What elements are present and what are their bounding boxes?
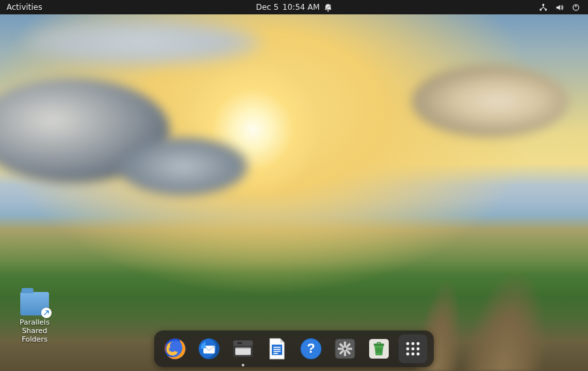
svg-rect-17 (237, 342, 242, 344)
desktop-icon-label: Parallels Shared Folders (12, 318, 57, 344)
dock-item-libreoffice-writer[interactable] (263, 334, 291, 363)
svg-point-37 (344, 347, 347, 351)
settings-icon (333, 336, 357, 361)
dock-item-files[interactable] (229, 334, 257, 363)
folder-icon (20, 292, 49, 315)
help-icon: ? (299, 336, 323, 361)
svg-point-47 (412, 353, 415, 356)
svg-rect-30 (344, 352, 346, 356)
desktop-wallpaper[interactable] (0, 0, 588, 371)
trash-icon (367, 336, 391, 361)
svg-point-46 (406, 353, 410, 356)
top-panel: Activities Dec 5 10:54 AM (0, 0, 588, 14)
dock: ? (154, 331, 434, 367)
system-status-area[interactable] (531, 3, 588, 12)
svg-rect-39 (374, 344, 384, 346)
svg-rect-21 (273, 351, 280, 352)
libreoffice-writer-icon (265, 336, 289, 361)
dock-item-help[interactable]: ? (297, 334, 325, 363)
svg-point-41 (412, 342, 415, 346)
do-not-disturb-icon (323, 3, 332, 12)
svg-point-45 (417, 347, 420, 351)
svg-rect-20 (273, 349, 280, 350)
firefox-icon (163, 336, 188, 361)
svg-rect-32 (348, 347, 352, 349)
svg-rect-31 (338, 347, 342, 349)
svg-rect-19 (273, 347, 280, 348)
running-indicator-icon (242, 364, 244, 366)
svg-rect-14 (233, 340, 253, 346)
clock-area[interactable]: Dec 5 10:54 AM (256, 0, 333, 14)
dock-item-firefox[interactable] (161, 334, 189, 363)
volume-icon[interactable] (555, 3, 564, 12)
dock-item-thunderbird[interactable] (195, 334, 223, 363)
svg-point-43 (406, 347, 410, 351)
dock-item-settings[interactable] (331, 334, 359, 363)
thunderbird-icon (197, 336, 221, 361)
dock-item-show-applications[interactable] (399, 334, 427, 363)
svg-rect-16 (235, 347, 251, 349)
svg-rect-15 (235, 347, 251, 355)
svg-point-44 (412, 347, 415, 351)
files-icon (231, 336, 255, 361)
app-grid-icon (400, 336, 425, 361)
symlink-emblem-icon (41, 308, 52, 318)
dock-item-trash[interactable] (365, 334, 393, 363)
power-icon[interactable] (572, 3, 580, 12)
activities-button[interactable]: Activities (0, 0, 49, 14)
svg-text:?: ? (307, 340, 316, 355)
svg-rect-22 (273, 353, 278, 354)
svg-point-40 (406, 342, 410, 346)
svg-point-48 (417, 353, 420, 356)
clock-time: 10:54 AM (282, 0, 319, 14)
svg-rect-29 (344, 342, 346, 346)
desktop-icon-parallels-shared-folders[interactable]: Parallels Shared Folders (12, 292, 57, 344)
svg-point-42 (417, 342, 420, 346)
clock-date: Dec 5 (256, 0, 279, 14)
svg-rect-8 (576, 4, 576, 7)
network-icon[interactable] (539, 3, 547, 12)
